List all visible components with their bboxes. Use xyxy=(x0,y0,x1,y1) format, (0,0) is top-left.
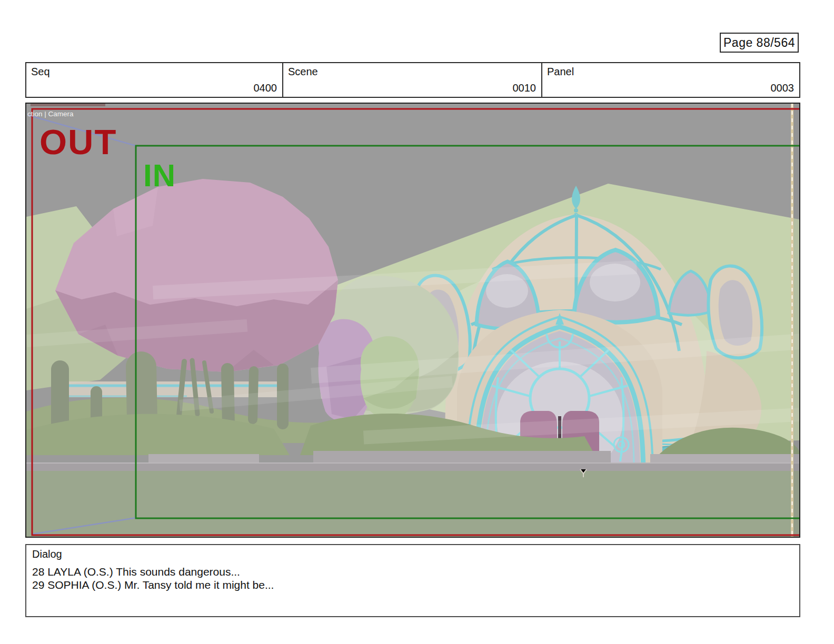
dialog-line-1: 28 LAYLA (O.S.) This sounds dangerous... xyxy=(32,565,793,578)
panel-cell: Panel 0003 xyxy=(542,63,799,97)
dialog-box: Dialog 28 LAYLA (O.S.) This sounds dange… xyxy=(25,544,800,617)
scene-cell: Scene 0010 xyxy=(283,63,542,97)
seq-label: Seq xyxy=(31,66,50,78)
panel-value: 0003 xyxy=(771,82,795,94)
storyboard-frame: ction | Camera OUT IN xyxy=(25,103,800,538)
seq-value: 0400 xyxy=(254,82,277,94)
scene-label: Scene xyxy=(288,66,318,78)
panel-label: Panel xyxy=(547,66,574,78)
clipped-top-text xyxy=(31,104,105,106)
camera-gate-edge xyxy=(791,104,799,537)
page-indicator: Page 88/564 xyxy=(720,33,799,53)
seq-cell: Seq 0400 xyxy=(26,63,283,97)
shot-header: Seq 0400 Scene 0010 Panel 0003 xyxy=(25,62,800,98)
out-marker-label: OUT xyxy=(39,122,117,162)
scene-value: 0010 xyxy=(513,82,537,94)
dialog-title: Dialog xyxy=(32,548,793,560)
in-marker-label: IN xyxy=(143,158,176,193)
dialog-line-2: 29 SOPHIA (O.S.) Mr. Tansy told me it mi… xyxy=(32,578,793,591)
viewport-scene: ction | Camera OUT IN xyxy=(26,104,799,537)
camera-view-label: ction | Camera xyxy=(27,110,74,118)
page-indicator-text: Page 88/564 xyxy=(723,36,795,50)
